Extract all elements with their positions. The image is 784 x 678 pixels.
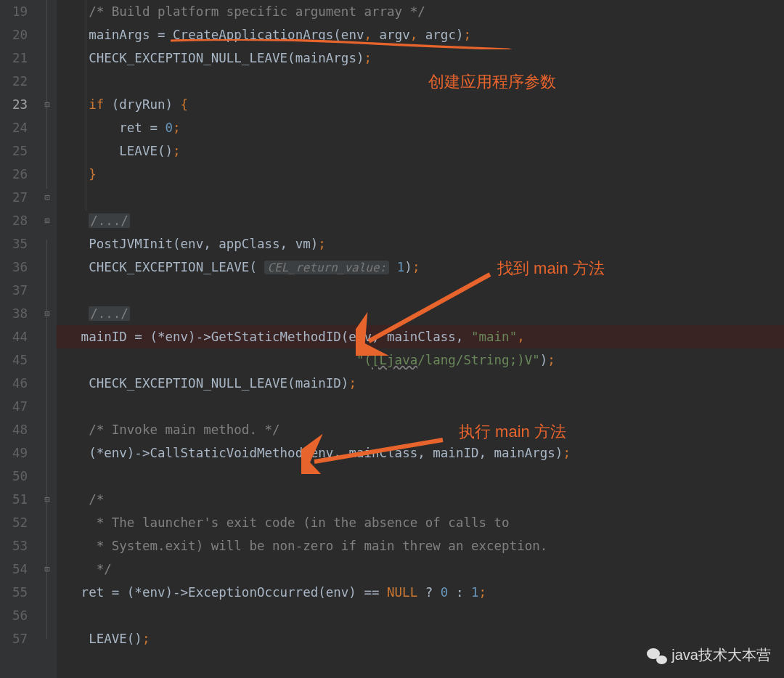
line-number: 28 — [0, 209, 28, 232]
line-number: 38 — [0, 302, 28, 325]
code-editor[interactable]: 19 20 21 22 23 24 25 26 27 28 35 36 37 3… — [0, 0, 784, 678]
line-number: 19 — [0, 0, 28, 23]
code-line[interactable]: (*env)->CallStaticVoidMethod(env, mainCl… — [57, 441, 784, 465]
line-number: 35 — [0, 232, 28, 256]
code-line[interactable]: /.../ — [57, 209, 784, 232]
code-line[interactable]: * System.exit) will be non-zero if main … — [57, 534, 784, 557]
line-number: 51 — [0, 488, 28, 511]
line-number: 50 — [0, 465, 28, 488]
watermark: java技术大本营 — [647, 645, 771, 665]
line-number: 21 — [0, 46, 28, 70]
code-line[interactable]: CHECK_EXCEPTION_NULL_LEAVE(mainArgs); — [57, 46, 784, 70]
code-line[interactable] — [57, 70, 784, 93]
code-line[interactable]: /* Build platform specific argument arra… — [57, 0, 784, 23]
code-line[interactable]: ret = (*env)->ExceptionOccurred(env) == … — [57, 581, 784, 604]
line-number: 57 — [0, 627, 28, 650]
line-number: 20 — [0, 23, 28, 46]
line-number: 45 — [0, 348, 28, 372]
code-line[interactable]: if (dryRun) { — [57, 93, 784, 116]
parameter-hint: CEL_return_value: — [264, 261, 389, 274]
line-number: 46 — [0, 372, 28, 395]
code-line[interactable]: */ — [57, 557, 784, 581]
code-line[interactable]: } — [57, 163, 784, 186]
code-line[interactable]: ret = 0; — [57, 116, 784, 139]
code-line[interactable]: CHECK_EXCEPTION_NULL_LEAVE(mainID); — [57, 372, 784, 395]
code-line[interactable]: /* Invoke main method. */ — [57, 418, 784, 441]
line-number: 37 — [0, 279, 28, 302]
line-number: 48 — [0, 418, 28, 441]
fold-expand-icon[interactable]: ⊡ — [42, 564, 52, 574]
line-number: 53 — [0, 534, 28, 557]
code-line[interactable]: /.../ — [57, 302, 784, 325]
folded-region[interactable]: /.../ — [89, 306, 130, 321]
code-line[interactable]: LEAVE(); — [57, 139, 784, 163]
fold-gutter[interactable]: ⊟ ⊡ ⊞ ⊞ ⊟ ⊡ — [41, 0, 57, 678]
code-line[interactable] — [57, 604, 784, 627]
code-line[interactable] — [57, 186, 784, 209]
code-line[interactable] — [57, 279, 784, 302]
fold-collapse-icon[interactable]: ⊟ — [42, 99, 52, 110]
line-number: 26 — [0, 163, 28, 186]
line-number: 24 — [0, 116, 28, 139]
line-number: 22 — [0, 70, 28, 93]
code-line[interactable] — [57, 465, 784, 488]
line-number: 52 — [0, 511, 28, 534]
folded-region[interactable]: /.../ — [89, 213, 130, 228]
code-area[interactable]: /* Build platform specific argument arra… — [57, 0, 784, 678]
fold-expand-icon[interactable]: ⊡ — [42, 192, 52, 203]
fold-expand-icon[interactable]: ⊞ — [42, 216, 52, 226]
fold-expand-icon[interactable]: ⊞ — [42, 309, 52, 319]
code-line[interactable]: /* — [57, 488, 784, 511]
code-line[interactable]: "([Ljava/lang/String;)V"); — [57, 348, 784, 372]
code-line[interactable]: * The launcher's exit code (in the absen… — [57, 511, 784, 534]
line-number: 36 — [0, 256, 28, 279]
line-number: 27 — [0, 186, 28, 209]
code-line[interactable]: CHECK_EXCEPTION_LEAVE( CEL_return_value:… — [57, 256, 784, 279]
line-number: 56 — [0, 604, 28, 627]
fold-collapse-icon[interactable]: ⊟ — [42, 494, 52, 505]
line-number: 23 — [0, 93, 28, 116]
code-line[interactable]: PostJVMInit(env, appClass, vm); — [57, 232, 784, 256]
line-number: 54 — [0, 557, 28, 581]
code-line[interactable]: mainArgs = CreateApplicationArgs(env, ar… — [57, 23, 784, 46]
line-number: 25 — [0, 139, 28, 163]
line-number: 49 — [0, 441, 28, 465]
code-line[interactable] — [57, 395, 784, 418]
line-number: 44 — [0, 325, 28, 348]
code-line[interactable]: mainID = (*env)->GetStaticMethodID(env, … — [57, 325, 784, 348]
watermark-text: java技术大本营 — [671, 645, 771, 665]
wechat-icon — [647, 647, 667, 664]
line-number-gutter[interactable]: 19 20 21 22 23 24 25 26 27 28 35 36 37 3… — [0, 0, 41, 678]
line-number: 55 — [0, 581, 28, 604]
line-number: 47 — [0, 395, 28, 418]
